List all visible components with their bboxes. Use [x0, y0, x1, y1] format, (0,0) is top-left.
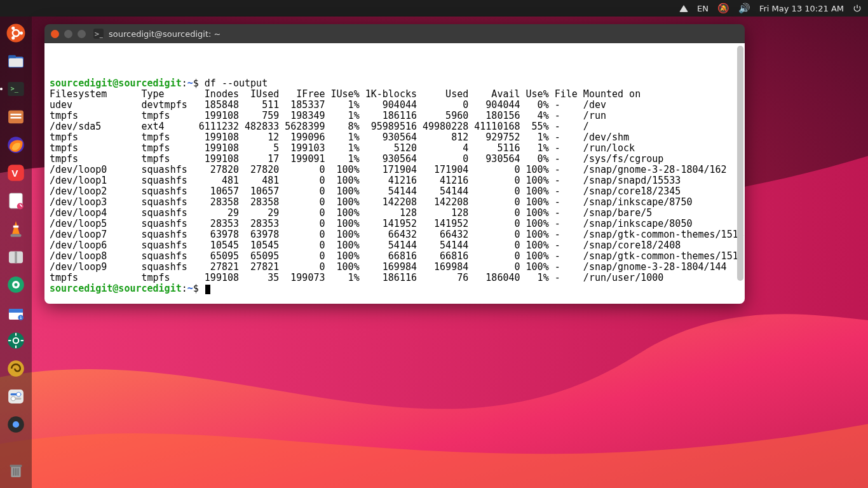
dock-item-firefox[interactable]	[3, 132, 29, 158]
svg-rect-8	[9, 58, 23, 67]
dock-item-display[interactable]	[3, 272, 29, 297]
terminal-icon: >_	[93, 29, 104, 39]
svg-rect-49	[13, 468, 15, 476]
scrollbar[interactable]	[737, 46, 743, 301]
svg-rect-48	[10, 465, 22, 467]
window-minimize-button[interactable]	[64, 30, 72, 38]
dock: >_ V ↓	[0, 17, 32, 488]
svg-point-3	[20, 31, 23, 34]
svg-point-5	[11, 36, 15, 39]
terminal-prompt[interactable]: sourcedigit@sourcedigit:~$	[50, 283, 740, 294]
window-maximize-button[interactable]	[78, 30, 86, 38]
dock-item-terminal[interactable]: >_	[3, 76, 29, 102]
svg-point-46	[13, 421, 19, 428]
svg-rect-40	[8, 390, 24, 403]
clock[interactable]: Fri May 13 10:21 AM	[759, 4, 844, 13]
terminal-body[interactable]: sourcedigit@sourcedigit:~$ df --outputFi…	[44, 43, 745, 304]
scrollbar-thumb[interactable]	[737, 46, 743, 281]
svg-point-44	[11, 396, 15, 401]
dock-item-software[interactable]	[3, 104, 29, 130]
svg-text:↓: ↓	[19, 315, 23, 320]
cursor	[205, 285, 210, 294]
terminal-line: sourcedigit@sourcedigit:~$ df --output	[50, 78, 740, 89]
svg-rect-13	[11, 117, 22, 119]
svg-point-28	[14, 283, 17, 286]
dock-item-ubuntu-logo[interactable]	[3, 20, 29, 46]
dock-item-editor[interactable]	[3, 188, 29, 214]
power-icon[interactable]	[853, 4, 862, 13]
svg-text:V: V	[11, 168, 18, 179]
svg-rect-50	[15, 468, 17, 476]
dock-item-swirl[interactable]	[3, 356, 29, 381]
dock-item-vivaldi[interactable]: V	[3, 160, 29, 186]
svg-text:>_: >_	[11, 85, 19, 93]
window-close-button[interactable]	[51, 30, 59, 38]
dock-item-archiver[interactable]	[3, 244, 29, 269]
svg-rect-25	[15, 252, 17, 264]
svg-point-43	[17, 392, 21, 396]
dock-item-tweaks[interactable]	[3, 384, 29, 409]
svg-rect-12	[11, 114, 22, 116]
wifi-icon[interactable]	[679, 5, 688, 12]
svg-rect-51	[18, 468, 19, 476]
window-title: sourcedigit@sourcedigit: ~	[109, 29, 220, 39]
window-titlebar[interactable]: >_ sourcedigit@sourcedigit: ~	[44, 24, 745, 43]
svg-rect-23	[11, 234, 22, 237]
dock-item-files[interactable]	[3, 48, 29, 74]
svg-rect-22	[13, 226, 19, 227]
volume-icon[interactable]: 🔊	[738, 3, 750, 14]
terminal-output: Filesystem Type Inodes IUsed IFree IUse%…	[50, 89, 740, 283]
dock-item-store[interactable]: ↓	[3, 300, 29, 325]
terminal-window: >_ sourcedigit@sourcedigit: ~ sourcedigi…	[44, 24, 745, 304]
top-bar: EN 🔕 🔊 Fri May 13 10:21 AM	[0, 0, 868, 17]
input-language[interactable]: EN	[697, 4, 709, 13]
notifications-icon[interactable]: 🔕	[717, 3, 729, 14]
svg-point-4	[11, 27, 15, 30]
dock-item-settings[interactable]	[3, 328, 29, 353]
svg-point-39	[8, 360, 24, 377]
dock-item-trash[interactable]	[3, 458, 29, 483]
dock-item-remote[interactable]	[3, 412, 29, 437]
svg-rect-30	[9, 309, 23, 313]
dock-item-vlc[interactable]	[3, 216, 29, 241]
